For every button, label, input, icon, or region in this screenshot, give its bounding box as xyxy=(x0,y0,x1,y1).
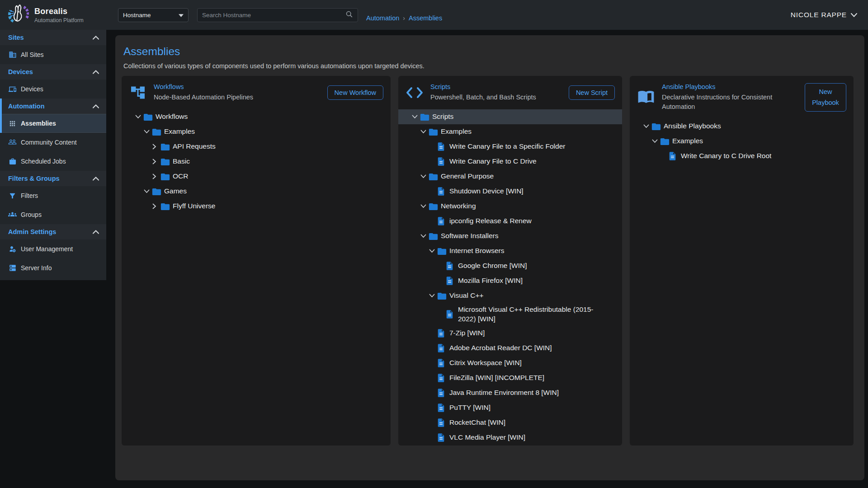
tree-file-item[interactable]: Write Canary to C Drive Root xyxy=(630,149,854,164)
tree-item-label: Shutdown Device [WIN] xyxy=(449,185,524,198)
chevron-down-icon[interactable] xyxy=(420,234,429,238)
chevron-down-icon[interactable] xyxy=(420,174,429,178)
chevron-right-icon[interactable] xyxy=(152,159,160,164)
breadcrumb-link-automation[interactable]: Automation xyxy=(366,14,399,22)
tree-file-item[interactable]: Microsoft Visual C++ Redistributable (20… xyxy=(398,303,622,326)
caret-down-icon xyxy=(179,12,184,19)
tree-file-item[interactable]: Write Canary File to C Drive xyxy=(398,154,622,169)
breadcrumb-link-assemblies[interactable]: Assemblies xyxy=(409,14,442,22)
file-icon xyxy=(446,261,458,271)
tree-file-item[interactable]: Mozilla Firefox [WIN] xyxy=(398,273,622,288)
tree-item-label: 7-Zip [WIN] xyxy=(449,327,485,340)
sidebar-item-label: Server Info xyxy=(21,264,52,272)
tree-item-label: Java Runtime Environment 8 [WIN] xyxy=(449,386,559,399)
tree-file-item[interactable]: Citrix Workspace [WIN] xyxy=(398,356,622,371)
tree-file-item[interactable]: FileZilla [WIN] [INCOMPLETE] xyxy=(398,371,622,385)
tree-file-item[interactable]: Write Canary File to a Specific Folder xyxy=(398,139,622,154)
file-icon xyxy=(437,433,449,442)
panels-row: Workflows Node-Based Automation Pipeline… xyxy=(122,76,858,446)
workflows-panel-title: Workflows xyxy=(154,83,323,90)
search-input[interactable] xyxy=(202,12,345,19)
tree-folder-item[interactable]: API Requests xyxy=(122,139,391,154)
sidebar-section-filters-groups[interactable]: Filters & Groups xyxy=(0,171,106,186)
tree-item-label: ipconfig Release & Renew xyxy=(449,215,532,228)
sidebar-item-user-management[interactable]: User Management xyxy=(0,239,106,258)
chevron-down-icon[interactable] xyxy=(429,249,437,253)
chevron-down-icon[interactable] xyxy=(420,204,429,208)
sidebar-section-admin-settings[interactable]: Admin Settings xyxy=(0,224,106,239)
tree-file-item[interactable]: 7-Zip [WIN] xyxy=(398,326,622,341)
tree-folder-item[interactable]: Basic xyxy=(122,154,391,169)
sidebar-item-groups[interactable]: Groups xyxy=(0,205,106,224)
tree-file-item[interactable]: VLC Media Player [WIN] xyxy=(398,430,622,445)
tree-folder-item[interactable]: Networking xyxy=(398,199,622,214)
user-menu[interactable]: NICOLE RAPPE xyxy=(791,11,857,19)
tree-item-label: Write Canary File to a Specific Folder xyxy=(449,140,565,153)
hostname-select[interactable]: Hostname xyxy=(118,8,189,22)
chevron-down-icon[interactable] xyxy=(429,294,437,298)
chevron-down-icon[interactable] xyxy=(412,115,420,119)
chevron-right-icon[interactable] xyxy=(152,144,160,150)
tree-file-item[interactable]: Adobe Acrobat Reader DC [WIN] xyxy=(398,341,622,356)
tree-file-item[interactable]: Google Chrome [WIN] xyxy=(398,258,622,273)
tree-folder-item[interactable]: Scripts xyxy=(398,109,622,124)
chevron-down-icon[interactable] xyxy=(144,189,152,193)
tree-folder-item[interactable]: General Purpose xyxy=(398,169,622,184)
sidebar-item-community-content[interactable]: Community Content xyxy=(0,133,106,152)
tree-file-item[interactable]: RocketChat [WIN] xyxy=(398,415,622,430)
new-script-button[interactable]: New Script xyxy=(569,85,615,100)
tree-folder-item[interactable]: OCR xyxy=(122,169,391,184)
sidebar-section-sites[interactable]: Sites xyxy=(0,30,106,45)
sidebar-section-devices[interactable]: Devices xyxy=(0,64,106,80)
folder-icon xyxy=(437,247,449,255)
sidebar-item-label: Groups xyxy=(21,211,42,218)
tree-folder-item[interactable]: Ansible Playbooks xyxy=(630,119,854,134)
server-icon xyxy=(8,264,17,272)
chevron-down-icon[interactable] xyxy=(420,130,429,134)
tree-item-label: Microsoft Visual C++ Redistributable (20… xyxy=(458,303,598,326)
tree-file-item[interactable]: PuTTY [WIN] xyxy=(398,400,622,415)
workflows-tree: WorkflowsExamplesAPI RequestsBasicOCRGam… xyxy=(122,106,391,221)
chevron-right-icon[interactable] xyxy=(152,203,160,209)
sidebar-item-scheduled-jobs[interactable]: Scheduled Jobs xyxy=(0,152,106,171)
tree-item-label: Examples xyxy=(672,135,703,148)
file-icon xyxy=(437,388,449,398)
tree-folder-item[interactable]: Software Installers xyxy=(398,229,622,244)
hostname-select-value: Hostname xyxy=(123,12,151,19)
sidebar-item-filters[interactable]: Filters xyxy=(0,186,106,205)
tree-item-label: Networking xyxy=(441,200,476,213)
tree-folder-item[interactable]: Examples xyxy=(398,124,622,139)
sidebar-section-label: Filters & Groups xyxy=(8,175,93,182)
tree-file-item[interactable]: Java Runtime Environment 8 [WIN] xyxy=(398,385,622,400)
chevron-up-icon xyxy=(93,174,99,183)
chevron-down-icon[interactable] xyxy=(135,115,143,119)
sidebar-section-label: Devices xyxy=(8,68,93,75)
sidebar-section-automation[interactable]: Automation xyxy=(0,99,106,114)
sidebar-item-assemblies[interactable]: Assemblies xyxy=(0,114,106,133)
chevron-down-icon[interactable] xyxy=(643,124,651,128)
tree-file-item[interactable]: Shutdown Device [WIN] xyxy=(398,184,622,199)
tree-folder-item[interactable]: Games xyxy=(122,184,391,199)
tree-folder-item[interactable]: Examples xyxy=(630,134,854,149)
chevron-right-icon[interactable] xyxy=(152,174,160,179)
search-box[interactable] xyxy=(197,8,358,22)
tree-file-item[interactable]: ipconfig Release & Renew xyxy=(398,214,622,229)
tree-item-label: Basic xyxy=(173,155,190,168)
new-playbook-button[interactable]: New Playbook xyxy=(805,83,846,111)
tree-folder-item[interactable]: Internet Browsers xyxy=(398,244,622,258)
chevron-down-icon[interactable] xyxy=(144,130,152,134)
sidebar-item-all-sites[interactable]: All Sites xyxy=(0,45,106,64)
new-workflow-button[interactable]: New Workflow xyxy=(327,85,383,100)
sidebar-item-devices[interactable]: Devices xyxy=(0,80,106,99)
sidebar-item-label: Devices xyxy=(21,85,43,93)
brand[interactable]: Borealis Automation Platform xyxy=(0,4,106,26)
tree-item-label: Adobe Acrobat Reader DC [WIN] xyxy=(449,342,552,355)
tree-folder-item[interactable]: Visual C++ xyxy=(398,288,622,303)
tree-folder-item[interactable]: Examples xyxy=(122,124,391,139)
tree-folder-item[interactable]: Workflows xyxy=(122,109,391,124)
chevron-up-icon xyxy=(93,228,99,236)
tree-folder-item[interactable]: Flyff Universe xyxy=(122,199,391,214)
sidebar-item-server-info[interactable]: Server Info xyxy=(0,258,106,277)
chevron-down-icon[interactable] xyxy=(652,139,660,143)
folder-icon xyxy=(651,122,664,131)
